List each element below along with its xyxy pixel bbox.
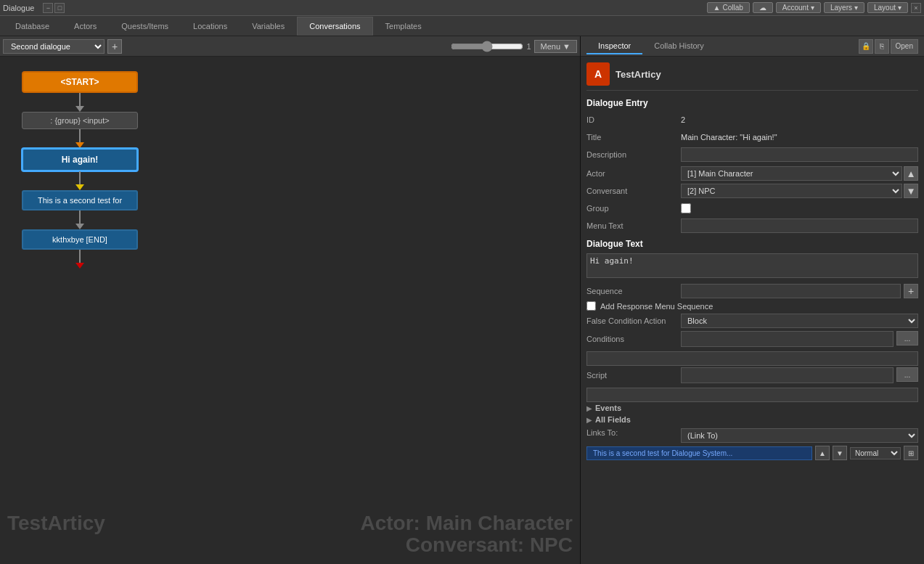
close-btn[interactable]: × bbox=[911, 3, 921, 13]
arrow-hi bbox=[75, 184, 84, 190]
tab-collab-history[interactable]: Collab History bbox=[642, 38, 715, 54]
id-label: ID bbox=[586, 115, 681, 124]
add-response-checkbox[interactable] bbox=[586, 301, 596, 311]
field-script: Script ... bbox=[586, 367, 918, 383]
maximize-btn[interactable]: □ bbox=[54, 3, 65, 13]
conditions-row: ... bbox=[681, 331, 918, 347]
collab-icon: ▲ bbox=[714, 4, 721, 12]
hi-connector: Hi again! bbox=[22, 148, 138, 190]
tab-conversations[interactable]: Conversations bbox=[297, 17, 372, 36]
dialogue-toolbar: Second dialogue + 1 Menu ▼ bbox=[0, 36, 580, 57]
field-conversant: Conversant [2] NPC ▼ bbox=[586, 184, 918, 198]
group-checkbox[interactable] bbox=[681, 203, 691, 213]
field-links-to: Links To: (Link To) bbox=[586, 428, 918, 443]
menu-text-input[interactable] bbox=[681, 218, 918, 233]
links-to-label: Links To: bbox=[586, 428, 681, 437]
top-bar-right: ▲ Collab ☁ Account ▾ Layers ▾ Layout ▾ × bbox=[707, 2, 921, 13]
tab-actors[interactable]: Actors bbox=[62, 17, 109, 36]
script-input[interactable] bbox=[681, 367, 894, 383]
zoom-bar: 1 Menu ▼ bbox=[451, 40, 577, 53]
group-label: Group bbox=[586, 204, 681, 213]
link-prev-btn[interactable]: ▲ bbox=[815, 446, 830, 460]
tab-locations[interactable]: Locations bbox=[181, 17, 240, 36]
events-arrow-icon: ▶ bbox=[586, 404, 592, 412]
open-btn[interactable]: Open bbox=[891, 39, 918, 54]
lock-btn[interactable]: 🔒 bbox=[859, 39, 873, 54]
layers-label: Layers bbox=[830, 4, 852, 12]
conversant-label: Conversant bbox=[586, 187, 681, 195]
field-false-condition: False Condition Action Block bbox=[586, 314, 918, 328]
actor-select[interactable]: [1] Main Character bbox=[681, 166, 902, 181]
link-item[interactable]: This is a second test for Dialogue Syste… bbox=[586, 446, 812, 460]
false-condition-label: False Condition Action bbox=[586, 316, 681, 325]
conditions-label: Conditions bbox=[586, 335, 681, 343]
actor-expand-btn[interactable]: ▲ bbox=[904, 166, 918, 181]
field-group: Group bbox=[586, 201, 918, 216]
collab-btn[interactable]: ▲ Collab bbox=[707, 2, 750, 13]
node-input[interactable]: : {group} <input> bbox=[22, 112, 138, 129]
node-start[interactable]: <START> bbox=[22, 71, 138, 93]
account-label: Account bbox=[782, 4, 809, 12]
inspector-actions: 🔒 ⎘ Open bbox=[859, 39, 918, 54]
menu-text-label: Menu Text bbox=[586, 221, 681, 230]
layout-btn[interactable]: Layout ▾ bbox=[867, 2, 908, 13]
description-input[interactable] bbox=[681, 147, 918, 162]
tab-variables[interactable]: Variables bbox=[240, 17, 297, 36]
line-input bbox=[79, 129, 81, 142]
node-end[interactable]: kkthxbye [END] bbox=[22, 229, 138, 250]
dialogue-text-input[interactable] bbox=[586, 253, 918, 278]
minimize-btn[interactable]: − bbox=[43, 3, 53, 13]
link-next-btn[interactable]: ▼ bbox=[833, 446, 847, 460]
title-label: Title bbox=[586, 133, 681, 142]
articy-icon: A bbox=[586, 62, 610, 86]
link-type-select[interactable]: Normal bbox=[850, 447, 901, 459]
account-btn[interactable]: Account ▾ bbox=[776, 2, 821, 13]
node-hi-again[interactable]: Hi again! bbox=[22, 148, 138, 171]
tab-quests[interactable]: Quests/Items bbox=[109, 17, 181, 36]
window-controls: − □ bbox=[43, 3, 65, 13]
conditions-extra-input[interactable] bbox=[586, 351, 918, 366]
script-btn[interactable]: ... bbox=[896, 367, 918, 382]
tab-inspector[interactable]: Inspector bbox=[586, 38, 642, 54]
link-action-btn[interactable]: ⊞ bbox=[904, 446, 918, 460]
line-hi bbox=[79, 171, 81, 184]
links-row: This is a second test for Dialogue Syste… bbox=[586, 446, 918, 460]
events-header[interactable]: ▶ Events bbox=[586, 404, 918, 412]
script-extra-input[interactable] bbox=[586, 388, 918, 402]
dialogue-text-section: Dialogue Text bbox=[586, 239, 918, 279]
layers-btn[interactable]: Layers ▾ bbox=[824, 2, 864, 13]
conditions-btn[interactable]: ... bbox=[896, 331, 918, 346]
all-fields-header[interactable]: ▶ All Fields bbox=[586, 415, 918, 424]
add-dialogue-btn[interactable]: + bbox=[107, 39, 122, 54]
canvas-area[interactable]: <START> : {group} <input> Hi again! bbox=[0, 57, 580, 564]
tab-database[interactable]: Database bbox=[3, 17, 62, 36]
false-condition-select[interactable]: Block bbox=[681, 314, 918, 328]
description-label: Description bbox=[586, 150, 681, 159]
cloud-btn[interactable]: ☁ bbox=[753, 2, 773, 13]
sequence-input[interactable] bbox=[681, 284, 901, 298]
links-to-select[interactable]: (Link To) bbox=[681, 428, 918, 443]
menu-btn[interactable]: Menu ▼ bbox=[534, 40, 577, 53]
sequence-add-btn[interactable]: + bbox=[904, 284, 918, 298]
title-value: Main Character: "Hi again!" bbox=[681, 133, 918, 142]
conditions-input[interactable] bbox=[681, 331, 894, 347]
add-response-label: Add Response Menu Sequence bbox=[600, 302, 713, 311]
node-test[interactable]: This is a second test for bbox=[22, 190, 138, 211]
field-description: Description bbox=[586, 147, 918, 162]
events-label: Events bbox=[595, 404, 621, 412]
zoom-value: 1 bbox=[526, 42, 531, 51]
zoom-slider[interactable] bbox=[451, 41, 523, 52]
copy-btn[interactable]: ⎘ bbox=[875, 39, 889, 54]
tab-bar: Database Actors Quests/Items Locations V… bbox=[0, 16, 924, 36]
articy-header: A TestArticy bbox=[586, 62, 918, 91]
conversant-select[interactable]: [2] NPC bbox=[681, 184, 902, 198]
line-test bbox=[79, 211, 81, 224]
section-dialogue-entry: Dialogue Entry bbox=[586, 98, 918, 108]
dialogue-text-title: Dialogue Text bbox=[586, 239, 918, 249]
conversant-expand-btn[interactable]: ▼ bbox=[904, 184, 918, 198]
actor-label: Actor bbox=[586, 169, 681, 178]
watermark-name: TestArticy bbox=[7, 512, 105, 535]
all-fields-label: All Fields bbox=[595, 415, 631, 424]
tab-templates[interactable]: Templates bbox=[373, 17, 434, 36]
dialogue-select[interactable]: Second dialogue bbox=[3, 39, 105, 54]
